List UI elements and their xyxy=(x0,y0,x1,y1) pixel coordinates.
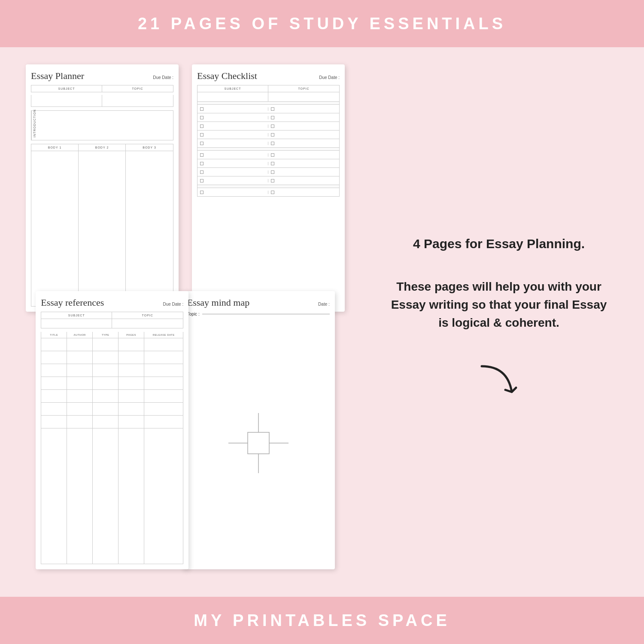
ec-cb-left-5 xyxy=(197,142,268,145)
checkbox-icon xyxy=(200,142,204,145)
ec-topic-data xyxy=(268,92,339,101)
ep-body2-data xyxy=(79,151,126,306)
bottom-banner-text: MY PRINTABLES SPACE xyxy=(194,611,450,630)
mind-map-svg xyxy=(224,409,293,477)
er-r4-release xyxy=(144,377,183,389)
ec-subject-topic-header: SUBJECT TOPIC xyxy=(197,85,340,92)
ec-cb-left-4 xyxy=(197,133,268,137)
ec-section-blank2 xyxy=(197,148,340,151)
er-type-col: TYPE xyxy=(93,332,118,338)
er-table-row-8 xyxy=(41,428,183,564)
er-r7-author xyxy=(67,416,93,428)
er-r3-type xyxy=(93,364,118,377)
er-r5-type xyxy=(93,390,118,402)
ec-cb-right-8 xyxy=(268,170,339,174)
essay-checklist-title: Essay Checklist xyxy=(197,70,257,82)
er-table-headers: TITLE AUTHOR TYPE PAGES RELEASE DATE xyxy=(41,332,183,338)
er-r6-pages xyxy=(118,403,144,415)
er-r5-pages xyxy=(118,390,144,402)
ec-cb-row-7 xyxy=(197,159,340,168)
checkbox-icon xyxy=(200,125,204,128)
checkbox-icon xyxy=(271,179,274,182)
essay-references-due: Due Date : xyxy=(163,302,183,307)
emm-topic-row: Topic : xyxy=(187,312,330,316)
er-subject-topic-header: SUBJECT TOPIC xyxy=(41,312,183,319)
essay-checklist-page: Essay Checklist Due Date : SUBJECT TOPIC xyxy=(192,64,345,312)
checkbox-icon xyxy=(200,170,204,174)
er-r4-title xyxy=(41,377,67,389)
er-table-row-3 xyxy=(41,364,183,377)
ec-section-blank3 xyxy=(197,185,340,188)
ep-subject-col: SUBJECT xyxy=(31,85,102,92)
right-title: 4 Pages for Essay Planning. xyxy=(388,235,610,252)
er-r5-title xyxy=(41,390,67,402)
ep-subject-topic-data xyxy=(31,95,173,107)
er-r4-type xyxy=(93,377,118,389)
checkbox-icon xyxy=(200,179,204,182)
er-r6-type xyxy=(93,403,118,415)
ec-cb-right-4 xyxy=(268,133,339,137)
ec-section-blank1 xyxy=(197,102,340,105)
er-table-row-1 xyxy=(41,338,183,351)
er-r4-pages xyxy=(118,377,144,389)
ec-cb-right-7 xyxy=(268,162,339,165)
er-subject-data xyxy=(41,319,112,328)
ep-subject-topic-header: SUBJECT TOPIC xyxy=(31,85,173,92)
er-r6-title xyxy=(41,403,67,415)
er-r1-release xyxy=(144,338,183,351)
ec-subject-data xyxy=(197,92,268,101)
er-r3-pages xyxy=(118,364,144,377)
ec-cb-left-2 xyxy=(197,116,268,119)
essay-mind-map-header: Essay mind map Date : xyxy=(187,297,330,308)
checkbox-icon xyxy=(271,153,274,157)
ec-cb-right-2 xyxy=(268,116,339,119)
ep-body1-header: BODY 1 xyxy=(31,144,79,151)
ec-topic-col: TOPIC xyxy=(268,85,339,92)
essay-mind-map-date: Date : xyxy=(318,302,330,307)
checkbox-icon xyxy=(200,133,204,137)
main-content: Essay Planner Due Date : SUBJECT TOPIC I… xyxy=(0,47,644,597)
er-r2-pages xyxy=(118,351,144,364)
er-subject-col: SUBJECT xyxy=(41,312,112,319)
ec-cb-right-5 xyxy=(268,142,339,145)
er-r3-title xyxy=(41,364,67,377)
er-author-col: AUTHOR xyxy=(67,332,93,338)
ep-body2-header: BODY 2 xyxy=(79,144,126,151)
arrow-icon xyxy=(473,358,525,409)
ec-cb-left-7 xyxy=(197,162,268,165)
ec-cb-row-6 xyxy=(197,151,340,159)
er-topic-data xyxy=(112,319,183,328)
er-r8-pages xyxy=(118,428,144,564)
er-r6-author xyxy=(67,403,93,415)
er-release-col: RELEASE DATE xyxy=(144,332,183,338)
er-topic-col: TOPIC xyxy=(112,312,183,319)
er-r7-pages xyxy=(118,416,144,428)
checkbox-icon xyxy=(200,191,204,194)
ec-subject-col: SUBJECT xyxy=(197,85,268,92)
er-r6-release xyxy=(144,403,183,415)
checkbox-icon xyxy=(200,162,204,165)
er-r7-title xyxy=(41,416,67,428)
er-pages-col: PAGES xyxy=(118,332,144,338)
ec-cb-left-10 xyxy=(197,191,268,194)
checkbox-icon xyxy=(271,133,274,137)
essay-mind-map-title: Essay mind map xyxy=(187,297,249,308)
ep-intro-label: INTRODUCTION xyxy=(31,111,37,140)
ec-cb-row-3 xyxy=(197,122,340,131)
checkbox-icon xyxy=(271,107,274,111)
er-r2-author xyxy=(67,351,93,364)
essay-references-header: Essay references Due Date : xyxy=(41,297,183,308)
essay-planner-due: Due Date : xyxy=(153,75,173,80)
ec-cb-left-1 xyxy=(197,107,268,111)
checkbox-icon xyxy=(200,153,204,157)
ec-cb-left-9 xyxy=(197,179,268,182)
essay-checklist-due: Due Date : xyxy=(319,75,340,80)
emm-topic-label: Topic : xyxy=(187,312,200,316)
er-r1-title xyxy=(41,338,67,351)
top-banner-text: 21 PAGES OF STUDY ESSENTIALS xyxy=(138,15,506,33)
ec-cb-row-4 xyxy=(197,131,340,139)
essay-mind-map-page: Essay mind map Date : Topic : xyxy=(182,291,335,569)
er-table-row-6 xyxy=(41,403,183,416)
checkbox-icon xyxy=(271,191,274,194)
svg-rect-0 xyxy=(248,432,269,454)
